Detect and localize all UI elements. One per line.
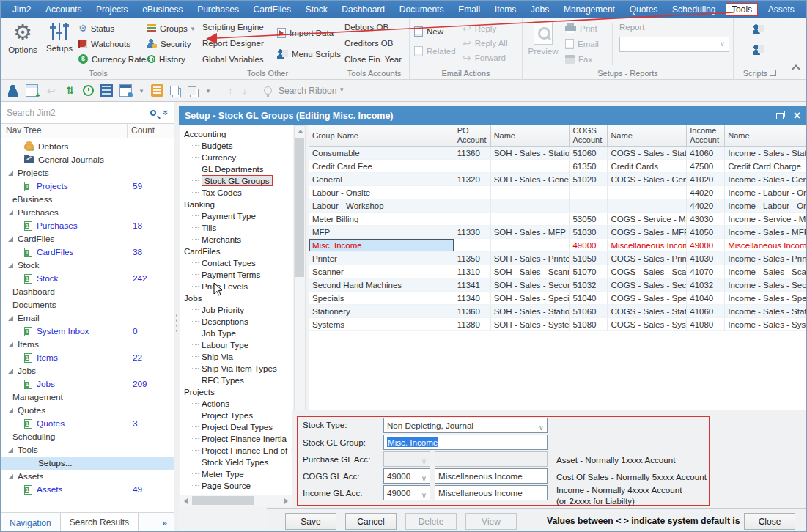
menu-tab[interactable]: CardFiles: [249, 3, 295, 16]
setups-button[interactable]: Setups: [42, 21, 77, 53]
creditors-ob-button[interactable]: Creditors OB: [344, 39, 402, 50]
setup-tree-item[interactable]: Projects: [180, 385, 293, 397]
email-report-button[interactable]: Email: [565, 38, 599, 49]
print-button[interactable]: Print: [565, 23, 599, 34]
reply-all-button[interactable]: ↩Reply All: [463, 37, 507, 48]
column-header[interactable]: COGS Account: [570, 125, 608, 146]
table-row[interactable]: Labour - Workshop 44020 Income - Labour …: [309, 199, 807, 213]
cogs-gl-acc-select[interactable]: 49000∨: [383, 468, 430, 484]
search-jim2-input[interactable]: Search Jim2: [7, 108, 150, 118]
reply-button[interactable]: ↩Reply: [463, 23, 507, 34]
cancel-button[interactable]: Cancel: [345, 513, 397, 530]
setup-tree-item[interactable]: Banking: [180, 198, 293, 210]
report-select[interactable]: ∨: [619, 37, 729, 52]
income-gl-acc-select[interactable]: 49000∨: [383, 485, 430, 500]
cascade-icon[interactable]: [188, 86, 196, 95]
search-ribbon-input[interactable]: Search Ribbon: [279, 86, 336, 96]
table-row[interactable]: Specials 11340 SOH - Sales - Specials 51…: [309, 292, 807, 305]
nav-item[interactable]: System Inbox 0: [1, 325, 174, 338]
fax-button[interactable]: Fax: [565, 53, 599, 64]
tabs-more-icon[interactable]: »: [162, 518, 174, 528]
script-icon[interactable]: [753, 45, 764, 55]
security-button[interactable]: Security: [147, 38, 194, 49]
close-button[interactable]: Close: [744, 513, 795, 530]
calculator-icon[interactable]: [100, 84, 113, 97]
stock-type-select[interactable]: Non Depleting, Journal∨: [383, 418, 548, 433]
scroll-thumb[interactable]: [192, 496, 254, 505]
nav-item[interactable]: Assets 49: [1, 483, 174, 496]
nav-item[interactable]: Purchases: [1, 206, 174, 219]
cogs-gl-acc-name-input[interactable]: Miscellaneous Income: [435, 468, 548, 484]
scroll-thumb[interactable]: [295, 138, 304, 277]
scroll-up-icon[interactable]: [298, 130, 303, 133]
menu-tab[interactable]: Quotes: [625, 3, 663, 16]
setup-tree-item[interactable]: Price Levels: [180, 280, 293, 292]
forward-button[interactable]: ↪Forward: [463, 52, 507, 63]
menu-tab[interactable]: Purchases: [193, 3, 243, 16]
import-data-button[interactable]: Import Data: [277, 27, 341, 38]
setup-tree-item[interactable]: Stock GL Groups: [180, 174, 293, 186]
setup-tree-item[interactable]: Payment Type: [180, 210, 293, 221]
setup-tree-item[interactable]: Meter Type: [180, 468, 293, 479]
menu-tab[interactable]: Scheduling: [668, 3, 720, 16]
table-row[interactable]: Consumable 11360 SOH - Sales - Stationer…: [309, 147, 807, 160]
toolbar-options-icon[interactable]: [339, 86, 347, 86]
setup-tree-item[interactable]: Project Finance Inertia: [180, 432, 293, 444]
collapse-ribbon-icon[interactable]: [792, 64, 800, 73]
history-button[interactable]: History: [147, 53, 194, 64]
purchase-gl-acc-name-input[interactable]: [435, 451, 548, 467]
nav-item[interactable]: Stock 242: [1, 272, 174, 285]
copy-icon[interactable]: [170, 86, 179, 95]
setup-tree-item[interactable]: Tax Codes: [180, 186, 293, 198]
menu-scripts-button[interactable]: Menu Scripts: [277, 48, 341, 59]
new-button[interactable]: New: [414, 26, 456, 37]
options-button[interactable]: ⚙ Options: [5, 21, 40, 54]
tab-search-results[interactable]: Search Results: [60, 513, 139, 532]
related-button[interactable]: Related: [414, 45, 456, 56]
status-button[interactable]: ⚙Status: [78, 23, 150, 34]
menu-tab[interactable]: eBusiness: [138, 3, 187, 16]
setup-tree-item[interactable]: Ship Via Item Types: [180, 362, 293, 374]
nav-item[interactable]: Debtors: [1, 140, 174, 153]
tab-navigation[interactable]: Navigation: [1, 513, 60, 532]
table-row[interactable]: Printer 11350 SOH - Sales - Printer 5105…: [309, 252, 807, 265]
setup-tree-item[interactable]: Job Priority: [180, 303, 293, 315]
nav-item[interactable]: Jobs 209: [1, 377, 174, 391]
menu-tab[interactable]: Stock: [301, 3, 332, 16]
currency-rates-button[interactable]: $Currency Rates: [78, 53, 150, 64]
setup-tree-item[interactable]: Budgets: [180, 139, 293, 151]
setup-tree-item[interactable]: Project Finance End of Term: [180, 444, 293, 456]
nav-item[interactable]: Quotes 3: [1, 417, 174, 430]
menu-tab[interactable]: Documents: [395, 3, 449, 16]
scripting-engine-button[interactable]: Scripting Engine: [202, 23, 264, 34]
nav-item[interactable]: Management: [1, 391, 174, 404]
doc-close-icon[interactable]: ×: [794, 110, 800, 122]
email-reply-icon[interactable]: [45, 84, 57, 97]
income-gl-acc-name-input[interactable]: Miscellaneous Income: [435, 485, 548, 500]
setup-tree-item[interactable]: Ship Via: [180, 350, 293, 362]
expand-chevrons-icon[interactable]: »: [161, 110, 172, 115]
table-row[interactable]: General 11320 SOH - Sales - General 5102…: [309, 173, 807, 186]
menu-tab[interactable]: Accounts: [41, 3, 86, 16]
setup-tree-item[interactable]: Project Types: [180, 409, 293, 421]
menu-tab[interactable]: Projects: [92, 3, 132, 16]
nav-item[interactable]: Projects: [1, 166, 174, 180]
restore-icon[interactable]: [776, 113, 784, 119]
column-header[interactable]: Income Account: [687, 125, 725, 146]
save-button[interactable]: Save: [285, 513, 336, 530]
watchouts-button[interactable]: Watchouts: [78, 38, 150, 49]
scroll-left-icon[interactable]: [184, 498, 188, 504]
nav-item[interactable]: Items: [1, 338, 174, 351]
table-row[interactable]: Labour - Onsite 44020 Income - Labour - …: [309, 186, 807, 199]
setup-tree-item[interactable]: Accounting: [180, 128, 293, 139]
stock-gl-group-input[interactable]: Misc. Income: [383, 435, 548, 450]
nav-item[interactable]: Scheduling: [1, 430, 174, 443]
setup-tree-item[interactable]: RFC Types: [180, 374, 293, 385]
column-header[interactable]: Name: [491, 125, 570, 146]
nav-up-icon[interactable]: ↑: [228, 85, 233, 96]
delete-button[interactable]: Delete: [405, 513, 457, 530]
user-icon[interactable]: [7, 84, 19, 97]
setup-tree-item[interactable]: Payment Terms: [180, 268, 293, 280]
setup-tree-item[interactable]: Jobs: [180, 292, 293, 303]
setup-tree-item[interactable]: GL Departments: [180, 163, 293, 174]
